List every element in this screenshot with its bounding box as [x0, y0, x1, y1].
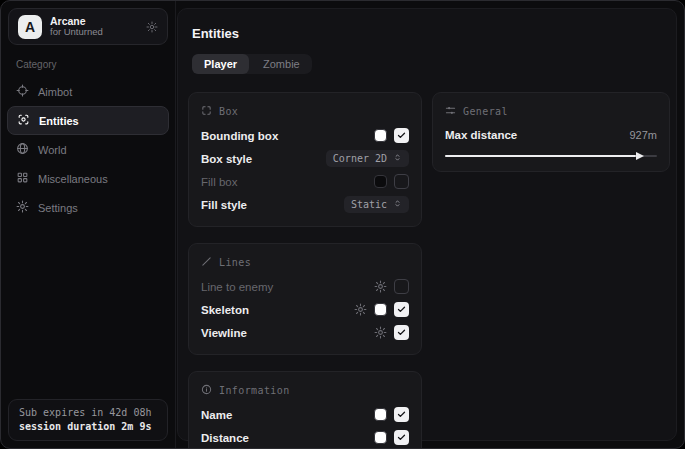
check-icon	[397, 131, 406, 140]
brand-text: Arcane for Unturned	[50, 15, 103, 38]
check-icon	[397, 305, 406, 314]
chevrons-updown-icon	[393, 153, 402, 164]
box-card: Box Bounding box Box style Corne	[188, 92, 422, 227]
check-icon	[397, 410, 406, 419]
box-corners-icon	[201, 105, 212, 118]
general-card-header: General	[445, 102, 657, 120]
sidebar-item-miscellaneous[interactable]: Miscellaneous	[1, 164, 175, 193]
color-swatch[interactable]	[374, 408, 387, 421]
line-to-enemy-checkbox[interactable]	[394, 279, 409, 294]
diagonal-line-icon	[201, 256, 212, 269]
page-title: Entities	[192, 26, 670, 41]
max-distance-row: Max distance 927m	[445, 124, 657, 146]
setting-label: Viewline	[201, 327, 247, 339]
setting-label: Bounding box	[201, 130, 278, 142]
setting-row-line-to-enemy: Line to enemy	[201, 275, 409, 298]
lines-card-title: Lines	[219, 257, 251, 268]
chevrons-updown-icon	[393, 199, 402, 210]
gear-icon[interactable]	[374, 326, 387, 339]
slider-thumb[interactable]	[636, 152, 644, 160]
setting-label: Box style	[201, 153, 252, 165]
information-card-title: Information	[219, 385, 290, 396]
box-style-dropdown[interactable]: Corner 2D	[326, 150, 409, 167]
setting-row-viewline: Viewline	[201, 321, 409, 344]
gear-icon[interactable]	[146, 21, 158, 33]
general-card-title: General	[463, 106, 508, 117]
sidebar-item-label: Settings	[38, 202, 78, 214]
slider-fill	[445, 155, 636, 157]
sliders-icon	[445, 105, 456, 118]
color-swatch[interactable]	[374, 303, 387, 316]
max-distance-slider[interactable]	[445, 151, 657, 161]
sidebar-nav: Aimbot Entities World Miscellaneous Sett…	[1, 77, 175, 222]
sidebar-item-entities[interactable]: Entities	[7, 106, 169, 135]
box-card-title: Box	[219, 106, 238, 117]
viewline-checkbox[interactable]	[394, 325, 409, 340]
setting-label: Distance	[201, 432, 249, 444]
app-window: A Arcane for Unturned Category Aimbot En…	[0, 0, 685, 449]
setting-row-box-style: Box style Corner 2D	[201, 147, 409, 170]
brand-subtitle: for Unturned	[50, 27, 103, 38]
globe-icon	[16, 142, 29, 157]
content-columns: Box Bounding box Box style Corne	[188, 92, 670, 449]
brand-card: A Arcane for Unturned	[8, 8, 168, 45]
sidebar-item-aimbot[interactable]: Aimbot	[1, 77, 175, 106]
sub-expiry-text: Sub expires in 42d 08h	[19, 407, 157, 418]
bounding-box-checkbox[interactable]	[394, 128, 409, 143]
information-card: Information Name Distance	[188, 371, 422, 449]
general-card: General Max distance 927m	[432, 92, 670, 172]
gear-icon[interactable]	[374, 280, 387, 293]
max-distance-value: 927m	[629, 129, 657, 141]
left-column: Box Bounding box Box style Corne	[188, 92, 422, 449]
sidebar-item-label: Entities	[39, 115, 79, 127]
color-swatch[interactable]	[374, 431, 387, 444]
gear-icon	[16, 200, 29, 215]
sidebar-item-label: Miscellaneous	[38, 173, 108, 185]
fill-style-dropdown-value: Static	[351, 199, 387, 210]
distance-checkbox[interactable]	[394, 430, 409, 445]
session-duration-text: session duration 2m 9s	[19, 421, 157, 432]
gear-icon[interactable]	[354, 303, 367, 316]
setting-row-fill-box: Fill box	[201, 170, 409, 193]
sidebar-item-settings[interactable]: Settings	[1, 193, 175, 222]
skeleton-checkbox[interactable]	[394, 302, 409, 317]
max-distance-label: Max distance	[445, 129, 517, 141]
setting-row-name: Name	[201, 403, 409, 426]
box-style-dropdown-value: Corner 2D	[333, 153, 387, 164]
setting-label: Fill style	[201, 199, 247, 211]
lines-card: Lines Line to enemy Skeleton	[188, 243, 422, 355]
setting-row-distance: Distance	[201, 426, 409, 449]
grid-icon	[16, 171, 29, 186]
sidebar-item-label: World	[38, 144, 67, 156]
box-card-header: Box	[201, 102, 409, 120]
setting-row-fill-style: Fill style Static	[201, 193, 409, 216]
sidebar-item-world[interactable]: World	[1, 135, 175, 164]
setting-row-skeleton: Skeleton	[201, 298, 409, 321]
fill-box-checkbox[interactable]	[394, 174, 409, 189]
sidebar: A Arcane for Unturned Category Aimbot En…	[1, 1, 176, 448]
fill-style-dropdown[interactable]: Static	[344, 196, 409, 213]
right-column: General Max distance 927m	[432, 92, 670, 172]
setting-label: Line to enemy	[201, 281, 273, 293]
color-swatch[interactable]	[374, 129, 387, 142]
lines-card-header: Lines	[201, 253, 409, 271]
color-swatch[interactable]	[374, 175, 387, 188]
tab-zombie[interactable]: Zombie	[251, 54, 312, 74]
brand-logo: A	[18, 15, 42, 39]
crosshair-icon	[16, 84, 29, 99]
check-icon	[397, 328, 406, 337]
check-icon	[397, 433, 406, 442]
info-icon	[201, 384, 212, 397]
name-checkbox[interactable]	[394, 407, 409, 422]
sidebar-item-label: Aimbot	[38, 86, 72, 98]
setting-row-bounding-box: Bounding box	[201, 124, 409, 147]
subscription-card: Sub expires in 42d 08h session duration …	[8, 399, 168, 441]
scan-icon	[17, 113, 30, 128]
setting-label: Fill box	[201, 176, 237, 188]
setting-label: Name	[201, 409, 232, 421]
tab-player[interactable]: Player	[192, 54, 249, 74]
entity-tabs: Player Zombie	[192, 54, 312, 74]
main-panel: Entities Player Zombie Box Bounding box	[177, 8, 677, 441]
setting-label: Skeleton	[201, 304, 249, 316]
information-card-header: Information	[201, 381, 409, 399]
